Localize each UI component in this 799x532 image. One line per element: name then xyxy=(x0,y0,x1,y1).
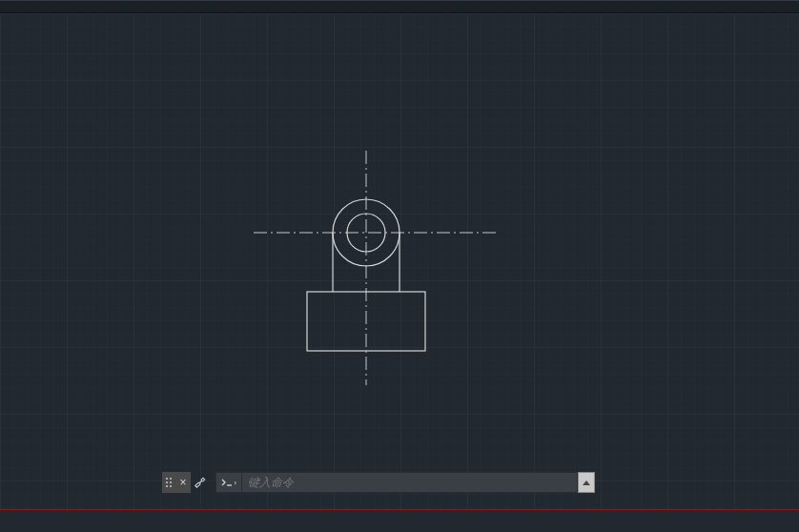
top-title-bar xyxy=(0,0,799,13)
command-input[interactable] xyxy=(242,472,578,493)
drawing-canvas[interactable]: × xyxy=(0,13,799,509)
svg-point-4 xyxy=(333,199,400,266)
grip-icon[interactable] xyxy=(162,472,175,493)
expand-up-icon[interactable] xyxy=(578,472,595,493)
svg-point-5 xyxy=(347,214,385,252)
command-line-bar: × xyxy=(162,471,595,494)
grid-overlay xyxy=(0,13,799,509)
svg-rect-8 xyxy=(307,292,425,351)
prompt-icon[interactable] xyxy=(215,472,242,493)
svg-rect-1 xyxy=(0,13,799,509)
status-bar xyxy=(0,509,799,532)
wrench-icon[interactable] xyxy=(191,472,210,493)
close-icon[interactable]: × xyxy=(175,472,191,493)
cad-geometry xyxy=(0,13,799,509)
